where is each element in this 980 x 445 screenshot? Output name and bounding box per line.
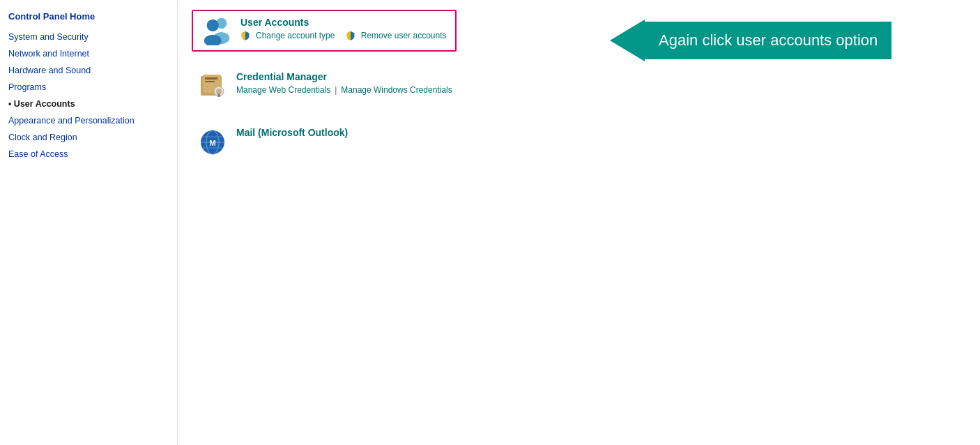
credential-manager-icon: [197, 71, 228, 102]
svg-point-9: [216, 89, 222, 94]
user-accounts-section: User Accounts Change account type Remove…: [192, 10, 457, 52]
svg-rect-6: [205, 77, 217, 80]
tooltip-container: Again click user accounts option: [610, 20, 891, 61]
tooltip-box: Again click user accounts option: [645, 22, 891, 59]
user-accounts-title[interactable]: User Accounts: [240, 17, 447, 28]
link-separator-2: |: [335, 85, 337, 95]
sidebar-item-appearance-personalization[interactable]: Appearance and Personalization: [8, 115, 169, 126]
change-account-type-link[interactable]: Change account type: [256, 31, 335, 40]
mail-section: M Mail (Microsoft Outlook): [192, 121, 966, 163]
mail-content: Mail (Microsoft Outlook): [236, 127, 348, 141]
svg-rect-10: [217, 93, 220, 97]
tooltip-arrow: [610, 20, 645, 61]
credential-manager-title[interactable]: Credential Manager: [236, 71, 452, 82]
manage-web-credentials-link[interactable]: Manage Web Credentials: [236, 85, 330, 95]
sidebar-item-hardware-sound[interactable]: Hardware and Sound: [8, 65, 169, 76]
mail-title[interactable]: Mail (Microsoft Outlook): [236, 127, 348, 138]
user-accounts-links: Change account type Remove user accounts: [240, 31, 447, 40]
svg-rect-7: [205, 81, 215, 82]
svg-text:M: M: [209, 139, 215, 147]
sidebar-item-network-internet[interactable]: Network and Internet: [8, 48, 169, 59]
credential-manager-section: Credential Manager Manage Web Credential…: [192, 66, 966, 107]
sidebar-item-ease-access[interactable]: Ease of Access: [8, 149, 169, 160]
shield-icon-1: [240, 31, 250, 40]
sidebar: Control Panel Home System and Security N…: [0, 0, 178, 445]
shield-icon-2: [346, 31, 355, 40]
main-content: User Accounts Change account type Remove…: [178, 0, 980, 445]
user-accounts-content: User Accounts Change account type Remove…: [240, 17, 447, 40]
sidebar-item-clock-region[interactable]: Clock and Region: [8, 132, 169, 143]
mail-icon: M: [197, 127, 228, 158]
svg-point-2: [207, 20, 219, 31]
sidebar-item-programs[interactable]: Programs: [8, 82, 169, 93]
sidebar-title[interactable]: Control Panel Home: [8, 11, 169, 22]
credential-manager-links: Manage Web Credentials | Manage Windows …: [236, 85, 452, 95]
user-accounts-icon: [201, 17, 232, 45]
remove-user-accounts-link[interactable]: Remove user accounts: [361, 31, 447, 40]
sidebar-item-user-accounts[interactable]: User Accounts: [8, 98, 169, 110]
link-separator-1: [339, 31, 341, 40]
manage-windows-credentials-link[interactable]: Manage Windows Credentials: [341, 85, 452, 95]
sidebar-item-system-security[interactable]: System and Security: [8, 31, 169, 43]
credential-manager-content: Credential Manager Manage Web Credential…: [236, 71, 452, 95]
